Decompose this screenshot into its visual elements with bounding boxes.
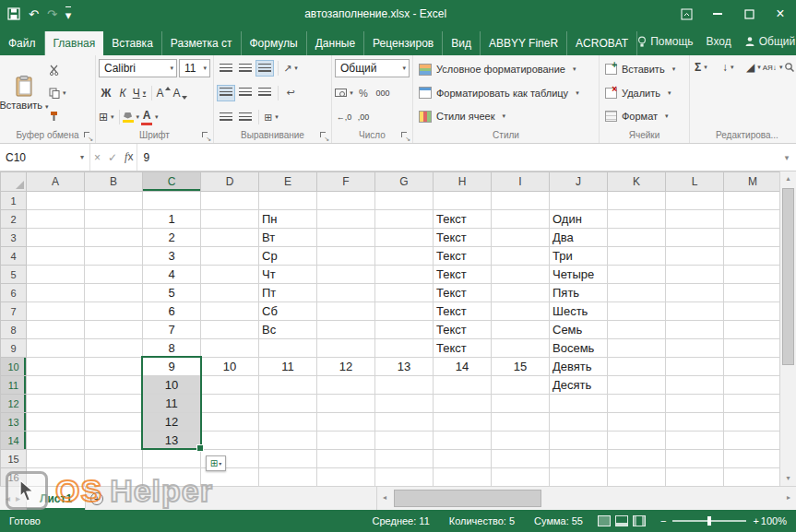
increase-font-size-button[interactable]: А — [155, 85, 170, 101]
font-dialog-launcher[interactable] — [202, 132, 210, 140]
cell-G2[interactable] — [375, 210, 434, 229]
cell-G4[interactable] — [375, 247, 434, 266]
cell-H16[interactable] — [434, 468, 492, 487]
cell-H14[interactable] — [434, 432, 492, 450]
cell-H5[interactable]: Текст — [434, 266, 492, 284]
hscroll-right-icon[interactable]: ▸ — [781, 487, 796, 510]
cell-H3[interactable]: Текст — [434, 229, 492, 247]
cell-A3[interactable] — [27, 229, 85, 247]
enter-button[interactable]: ✓ — [108, 151, 117, 164]
cell-L14[interactable] — [666, 432, 724, 450]
horizontal-scroll-track[interactable] — [392, 487, 781, 510]
save-icon[interactable] — [7, 7, 20, 20]
cell-L11[interactable] — [666, 376, 724, 395]
cell-I5[interactable] — [492, 266, 550, 284]
cell-M12[interactable] — [724, 395, 780, 413]
cell-B10[interactable] — [85, 358, 143, 376]
cell-E3[interactable]: Вт — [259, 229, 317, 247]
cell-J7[interactable]: Шесть — [550, 302, 608, 321]
cell-A10[interactable] — [27, 358, 85, 376]
cell-H2[interactable]: Текст — [434, 210, 492, 229]
cell-L4[interactable] — [666, 247, 724, 266]
cell-B4[interactable] — [85, 247, 143, 266]
cell-H6[interactable]: Текст — [434, 284, 492, 302]
wrap-text-button[interactable]: ↩ — [281, 85, 300, 101]
col-header-K[interactable]: K — [608, 172, 666, 192]
cell-C14[interactable]: 13 — [143, 432, 201, 450]
cell-G10[interactable]: 13 — [375, 358, 434, 376]
cell-I2[interactable] — [492, 210, 550, 229]
align-middle-button[interactable] — [236, 60, 255, 77]
cell-J9[interactable]: Восемь — [550, 339, 608, 358]
cell-F7[interactable] — [317, 302, 375, 321]
format-as-table-button[interactable]: Форматировать как таблицу — [416, 82, 596, 104]
zoom-out-button[interactable]: − — [660, 515, 666, 526]
font-name-select[interactable]: Calibri — [99, 59, 177, 77]
add-sheet-button[interactable]: + — [86, 487, 108, 510]
cell-B14[interactable] — [85, 432, 143, 450]
clipboard-dialog-launcher[interactable] — [84, 132, 92, 140]
cell-L10[interactable] — [666, 358, 724, 376]
cell-G1[interactable] — [375, 192, 434, 210]
cell-F8[interactable] — [317, 321, 375, 339]
cell-L13[interactable] — [666, 413, 724, 432]
underline-button[interactable]: Ч — [132, 85, 147, 101]
align-left-button[interactable] — [217, 85, 235, 101]
cell-H13[interactable] — [434, 413, 492, 432]
cell-C6[interactable]: 5 — [143, 284, 201, 302]
tab-ABBYY FineR[interactable]: ABBYY FineR — [481, 31, 567, 55]
row-header-13[interactable]: 13 — [1, 413, 27, 432]
cell-K10[interactable] — [608, 358, 666, 376]
cell-D14[interactable] — [201, 432, 259, 450]
cell-M16[interactable] — [724, 468, 780, 487]
vertical-scroll-thumb[interactable] — [782, 188, 794, 365]
zoom-slider[interactable] — [672, 520, 746, 522]
row-header-3[interactable]: 3 — [1, 229, 27, 247]
cell-C7[interactable]: 6 — [143, 302, 201, 321]
cell-B3[interactable] — [85, 229, 143, 247]
col-header-L[interactable]: L — [666, 172, 724, 192]
cell-J16[interactable] — [550, 468, 608, 487]
cell-B5[interactable] — [85, 266, 143, 284]
cell-E13[interactable] — [259, 413, 317, 432]
row-header-16[interactable]: 16 — [1, 468, 27, 487]
format-painter-button[interactable] — [49, 108, 66, 124]
cell-C1[interactable] — [143, 192, 201, 210]
cell-I14[interactable] — [492, 432, 550, 450]
cell-A5[interactable] — [27, 266, 85, 284]
cell-E9[interactable] — [259, 339, 317, 358]
zoom-in-button[interactable]: + — [753, 515, 758, 526]
cell-C8[interactable]: 7 — [143, 321, 201, 339]
cell-H11[interactable] — [434, 376, 492, 395]
cell-G8[interactable] — [375, 321, 434, 339]
cell-C16[interactable] — [143, 468, 201, 487]
cell-J13[interactable] — [550, 413, 608, 432]
col-header-B[interactable]: B — [85, 172, 143, 192]
cell-H15[interactable] — [434, 450, 492, 468]
tab-Главная[interactable]: Главная — [45, 31, 104, 55]
col-header-C[interactable]: C — [143, 172, 201, 192]
italic-button[interactable]: К — [115, 85, 130, 101]
insert-cells-button[interactable]: Вставить — [602, 58, 686, 80]
row-header-15[interactable]: 15 — [1, 450, 27, 468]
cell-G15[interactable] — [375, 450, 434, 468]
cell-F1[interactable] — [317, 192, 375, 210]
col-header-I[interactable]: I — [492, 172, 550, 192]
cell-H9[interactable]: Текст — [434, 339, 492, 358]
row-header-10[interactable]: 10 — [1, 358, 27, 376]
col-header-M[interactable]: M — [724, 172, 780, 192]
row-header-12[interactable]: 12 — [1, 395, 27, 413]
cell-J3[interactable]: Два — [550, 229, 608, 247]
col-header-E[interactable]: E — [259, 172, 317, 192]
col-header-G[interactable]: G — [375, 172, 434, 192]
cell-F6[interactable] — [317, 284, 375, 302]
cell-A15[interactable] — [27, 450, 85, 468]
align-center-button[interactable] — [236, 85, 255, 101]
conditional-formatting-button[interactable]: Условное форматирование — [416, 58, 596, 80]
cell-F2[interactable] — [317, 210, 375, 229]
align-top-button[interactable] — [217, 60, 235, 77]
cell-E5[interactable]: Чт — [259, 266, 317, 284]
vertical-scroll-track[interactable] — [780, 186, 796, 471]
cell-G14[interactable] — [375, 432, 434, 450]
cell-M3[interactable] — [724, 229, 780, 247]
